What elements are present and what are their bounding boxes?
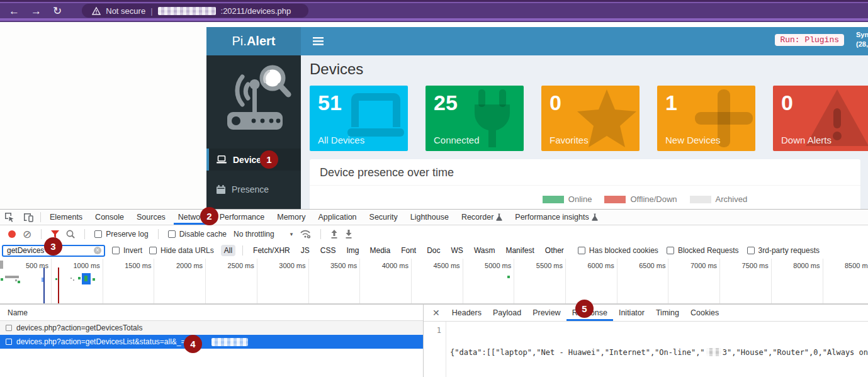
devtools-tab-memory[interactable]: Memory [273, 210, 310, 225]
device-toolbar-icon[interactable] [19, 210, 38, 225]
legend-item-offline-down: Offline/Down [604, 194, 677, 204]
laptop-icon [217, 155, 227, 164]
request-mark [70, 278, 72, 279]
invert-checkbox[interactable]: Invert [112, 246, 142, 255]
request-row-selected[interactable]: devices.php?action=getDevicesList&status… [0, 335, 423, 349]
response-content[interactable]: {"data":[["laptop","Net - Huawei","Inter… [446, 322, 868, 377]
filter-chip-all[interactable]: All [221, 245, 235, 256]
devtools-tab-elements[interactable]: Elements [45, 210, 87, 225]
checkbox-icon[interactable] [6, 339, 12, 345]
clear-icon[interactable]: ⊘ [23, 229, 31, 240]
request-mark [1, 278, 3, 281]
chevron-down-icon[interactable]: ▾ [290, 231, 293, 237]
timeline-scroll-handle[interactable] [0, 261, 3, 269]
filter-chip-ws[interactable]: WS [448, 245, 466, 256]
checkbox-icon [149, 247, 157, 254]
request-mark [15, 279, 17, 281]
inspect-element-icon[interactable] [0, 210, 19, 225]
calendar-icon [217, 185, 225, 194]
devtools-tab-performance[interactable]: Performance [215, 210, 269, 225]
timeline-tick-3500-ms: 3500 ms [308, 259, 360, 303]
record-icon[interactable] [8, 230, 16, 238]
response-tab-preview[interactable]: Preview [527, 305, 566, 321]
app-header: Run: Plugins Syn(28, [301, 27, 868, 55]
card-new-devices[interactable]: 1 New Devices [657, 86, 755, 151]
response-tab-cookies[interactable]: Cookies [685, 305, 724, 321]
checkbox-icon [168, 230, 176, 238]
preserve-log-checkbox[interactable]: Preserve log [94, 230, 148, 239]
address-bar[interactable]: Not secure | :20211/devices.php [82, 4, 308, 18]
not-secure-label: Not secure [106, 6, 145, 16]
filter-chip-js[interactable]: JS [298, 245, 313, 256]
card-label: Favorites [550, 135, 589, 145]
forward-icon[interactable]: → [31, 6, 42, 16]
response-tab-initiator[interactable]: Initiator [613, 305, 650, 321]
legend-item-archived: Archived [690, 194, 748, 204]
back-icon[interactable]: ← [9, 6, 20, 16]
timeline-tick-4500-ms: 4500 ms [412, 259, 463, 303]
request-name: devices.php?action=getDevicesList&status… [16, 337, 186, 346]
network-filter-bar: getDevices × Invert Hide data URLs AllFe… [0, 242, 868, 259]
not-secure-warning-icon [92, 7, 101, 15]
response-tab-payload[interactable]: Payload [487, 305, 527, 321]
devtools-tab-sources[interactable]: Sources [132, 210, 170, 225]
filter-chip-fetch-xhr[interactable]: Fetch/XHR [250, 245, 293, 256]
response-tab-timing[interactable]: Timing [650, 305, 685, 321]
app-content: Devices 51 All Devices 25 [301, 55, 868, 209]
filter-chip-manifest[interactable]: Manifest [502, 245, 537, 256]
devtools-tab-lighthouse[interactable]: Lighthouse [406, 210, 453, 225]
disable-cache-label: Disable cache [179, 230, 227, 239]
network-conditions-icon[interactable] [300, 230, 311, 239]
request-mark [93, 278, 95, 281]
browser-toolbar: ← → ↻ Not secure | :20211/devices.php [0, 0, 868, 22]
disable-cache-checkbox[interactable]: Disable cache [168, 230, 227, 239]
filter-chip-media[interactable]: Media [366, 245, 393, 256]
checkbox-icon [667, 247, 674, 254]
filter-chip-img[interactable]: Img [343, 245, 362, 256]
sidebar-item-devices[interactable]: Devices [206, 149, 301, 171]
has-blocked-cookies-checkbox[interactable]: Has blocked cookies [578, 246, 658, 255]
desktop-blank-area [0, 22, 206, 209]
close-icon[interactable]: ✕ [426, 305, 446, 321]
timeline-tick-4000-ms: 4000 ms [360, 259, 412, 303]
3rd-party-requests-checkbox[interactable]: 3rd-party requests [747, 246, 820, 255]
request-row[interactable]: devices.php?action=getDevicesTotals [0, 321, 423, 335]
response-tab-bar: ✕ HeadersPayloadPreviewResponseInitiator… [424, 305, 868, 322]
hamburger-menu-icon[interactable] [313, 37, 324, 45]
throttling-select[interactable]: No throttling [234, 230, 274, 239]
reload-icon[interactable]: ↻ [53, 6, 62, 16]
hide-data-urls-checkbox[interactable]: Hide data URLs [149, 246, 214, 255]
devtools-tab-console[interactable]: Console [91, 210, 128, 225]
annotation-badge-1: 1 [260, 150, 278, 169]
app-logo[interactable]: Pi.Alert [206, 27, 301, 55]
card-favorites[interactable]: 0 Favorites [541, 86, 640, 151]
sidebar-item-presence[interactable]: Presence [206, 178, 301, 200]
card-down-alerts[interactable]: 0 Down Alerts [773, 86, 868, 151]
checkbox-icon [112, 247, 120, 254]
filter-chip-font[interactable]: Font [398, 245, 419, 256]
checkbox-icon[interactable] [6, 325, 12, 331]
blocked-requests-checkbox[interactable]: Blocked Requests [667, 246, 739, 255]
devtools-tab-recorder[interactable]: Recorder [457, 210, 507, 225]
filter-chip-doc[interactable]: Doc [424, 245, 443, 256]
card-connected[interactable]: 25 Connected [426, 86, 524, 151]
import-har-icon[interactable] [330, 230, 338, 239]
response-tab-headers[interactable]: Headers [446, 305, 487, 321]
filter-chip-wasm[interactable]: Wasm [471, 245, 499, 256]
search-icon[interactable] [66, 230, 75, 239]
annotation-badge-4: 4 [184, 335, 202, 353]
devtools-tab-application[interactable]: Application [313, 210, 361, 225]
legend-label: Offline/Down [630, 194, 677, 204]
card-value: 0 [550, 91, 640, 115]
request-table-name-header[interactable]: Name [0, 305, 423, 321]
card-all-devices[interactable]: 51 All Devices [310, 86, 408, 151]
devtools-tab-security[interactable]: Security [365, 210, 402, 225]
run-plugins-button[interactable]: Run: Plugins [775, 34, 844, 46]
export-har-icon[interactable] [345, 230, 352, 239]
network-overview-timeline[interactable]: 8500 ms8000 ms7500 ms7000 ms6500 ms6000 … [0, 259, 868, 304]
filter-chip-css[interactable]: CSS [317, 245, 339, 256]
sidebar: Devices Presence [206, 55, 301, 209]
clear-filter-icon[interactable]: × [94, 247, 101, 254]
devtools-tab-performance-insights[interactable]: Performance insights [510, 210, 602, 225]
filter-chip-other[interactable]: Other [542, 245, 567, 256]
